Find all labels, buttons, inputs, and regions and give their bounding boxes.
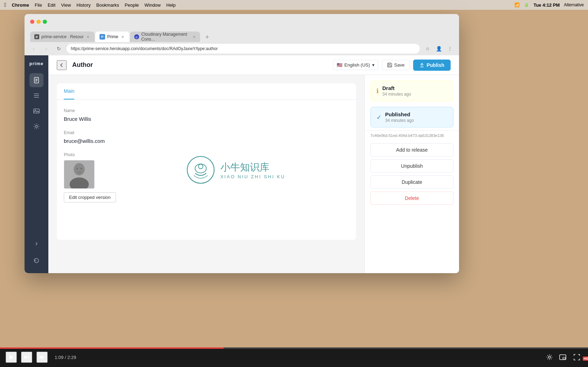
- apple-menu[interactable]: : [4, 2, 6, 8]
- edit-cropped-version-button[interactable]: Edit cropped version: [64, 192, 116, 202]
- browser-window: P prime-service · Resources | He ✕ P Pri…: [25, 14, 459, 273]
- name-value[interactable]: Bruce Willis: [64, 115, 349, 123]
- save-label: Save: [394, 62, 405, 68]
- sidebar-item-image[interactable]: [29, 104, 43, 118]
- tab-main[interactable]: Main: [64, 83, 74, 99]
- tab-close-2[interactable]: ✕: [120, 34, 125, 39]
- svg-point-21: [76, 167, 78, 169]
- sidebar-item-refresh[interactable]: [29, 254, 43, 268]
- next-button[interactable]: [21, 352, 32, 363]
- app-container: prime: [25, 55, 459, 273]
- more-button[interactable]: ⋮: [445, 44, 455, 54]
- unpublish-button[interactable]: Unpublish: [370, 159, 453, 173]
- play-button[interactable]: [6, 352, 17, 363]
- name-label: Name: [64, 108, 349, 113]
- back-button[interactable]: [57, 60, 67, 70]
- photo-field-group: Photo: [64, 152, 349, 202]
- sidebar-expand-button[interactable]: [29, 237, 43, 251]
- duplicate-button[interactable]: Duplicate: [370, 175, 453, 189]
- address-text: https://prime-service.herokuapp.com/docu…: [71, 46, 416, 51]
- delete-button[interactable]: Delete: [370, 192, 453, 205]
- tab-close-1[interactable]: ✕: [86, 34, 90, 39]
- svg-marker-29: [40, 355, 43, 360]
- reload-button[interactable]: ↻: [54, 44, 64, 54]
- fullscreen-button[interactable]: [571, 352, 582, 363]
- menu-bookmarks[interactable]: Bookmarks: [96, 2, 119, 8]
- language-selector[interactable]: 🇺🇸 English (US) ▾: [333, 60, 378, 70]
- form-card: Main Name Bruce Willis Email bruce@willi…: [57, 83, 356, 240]
- language-label: English (US): [344, 62, 370, 68]
- save-button[interactable]: Save: [382, 60, 410, 70]
- total-time: 2:29: [67, 355, 76, 360]
- publish-button[interactable]: Publish: [413, 60, 451, 71]
- chevron-down-icon: ▾: [372, 62, 375, 68]
- unpublish-label: Unpublish: [401, 163, 423, 169]
- menu-help[interactable]: Help: [166, 2, 176, 8]
- svg-marker-26: [9, 355, 14, 360]
- add-to-release-button[interactable]: Add to release: [370, 143, 453, 157]
- svg-rect-11: [34, 109, 39, 113]
- bookmark-button[interactable]: ☆: [423, 44, 432, 54]
- close-button[interactable]: [30, 20, 34, 24]
- app-name[interactable]: Chrome: [12, 2, 29, 8]
- menu-window[interactable]: Window: [144, 2, 160, 8]
- sidebar-item-list[interactable]: [29, 89, 43, 103]
- browser-titlebar: [25, 14, 459, 29]
- video-progress-background: [0, 347, 588, 349]
- menu-view[interactable]: View: [61, 2, 71, 8]
- menubar-time: Tue 4:12 PM: [533, 2, 560, 8]
- forward-nav-button[interactable]: ›: [41, 44, 51, 54]
- back-nav-button[interactable]: ‹: [29, 44, 39, 54]
- menu-edit[interactable]: Edit: [48, 2, 55, 8]
- form-tab-bar: Main: [57, 83, 356, 100]
- current-time: 1:09: [55, 355, 63, 360]
- draft-time: 34 minutes ago: [382, 92, 411, 97]
- tab-prime[interactable]: P Prime ✕: [95, 32, 129, 42]
- menubar:  Chrome File Edit View History Bookmark…: [0, 0, 588, 10]
- published-status: ✓ Published 34 minutes ago: [370, 107, 453, 127]
- menu-history[interactable]: History: [76, 2, 90, 8]
- maximize-button[interactable]: [43, 20, 47, 24]
- new-tab-button[interactable]: +: [202, 32, 212, 42]
- browser-addressbar: ‹ › ↻ https://prime-service.herokuapp.co…: [25, 42, 459, 55]
- svg-text:C: C: [136, 36, 138, 39]
- sidebar-item-settings[interactable]: [29, 119, 43, 133]
- page-title: Author: [72, 61, 93, 69]
- minimize-button[interactable]: [36, 20, 41, 24]
- tab-label-3: Cloudinary Management Cons…: [141, 32, 190, 42]
- sidebar-logo: prime: [29, 61, 43, 66]
- sidebar-item-documents[interactable]: [29, 73, 43, 87]
- video-progress-container[interactable]: [0, 347, 588, 349]
- email-value[interactable]: bruce@willis.com: [64, 137, 349, 145]
- tab-close-3[interactable]: ✕: [192, 34, 196, 39]
- address-bar[interactable]: https://prime-service.herokuapp.com/docu…: [67, 44, 420, 54]
- profile-button[interactable]: 👤: [434, 44, 444, 54]
- email-field-group: Email bruce@willis.com: [64, 130, 349, 145]
- pip-button[interactable]: [557, 352, 568, 363]
- email-label: Email: [64, 130, 349, 135]
- volume-button[interactable]: [36, 352, 48, 363]
- menubar-alt: Alternative: [564, 2, 584, 7]
- svg-point-22: [80, 167, 82, 169]
- svg-marker-27: [25, 355, 28, 359]
- menu-people[interactable]: People: [125, 2, 139, 8]
- video-progress-fill: [0, 347, 224, 349]
- edit-crop-label: Edit cropped version: [69, 195, 111, 200]
- svg-rect-32: [563, 357, 566, 359]
- content-header: Author 🇺🇸 English (US) ▾ Save: [48, 55, 459, 75]
- tab-cloudinary[interactable]: C Cloudinary Management Cons… ✕: [130, 32, 200, 42]
- video-time-display: 1:09 / 2:29: [55, 355, 76, 360]
- form-body: Name Bruce Willis Email bruce@willis.com…: [57, 100, 356, 240]
- menubar-battery-icon: 🔋: [524, 2, 529, 7]
- right-panel: ℹ Draft 34 minutes ago ✓ Published 34 mi…: [364, 75, 459, 273]
- name-field-group: Name Bruce Willis: [64, 108, 349, 123]
- add-to-release-label: Add to release: [396, 147, 428, 153]
- video-settings-button[interactable]: HD: [545, 352, 554, 362]
- form-area: Main Name Bruce Willis Email bruce@willi…: [48, 75, 364, 273]
- tab-prime-service[interactable]: P prime-service · Resources | He ✕: [30, 32, 95, 42]
- svg-rect-15: [388, 63, 390, 64]
- sidebar: prime: [25, 55, 48, 273]
- video-player-bar: 1:09 / 2:29 HD: [0, 347, 588, 367]
- publish-label: Publish: [426, 62, 444, 68]
- menu-file[interactable]: File: [35, 2, 42, 8]
